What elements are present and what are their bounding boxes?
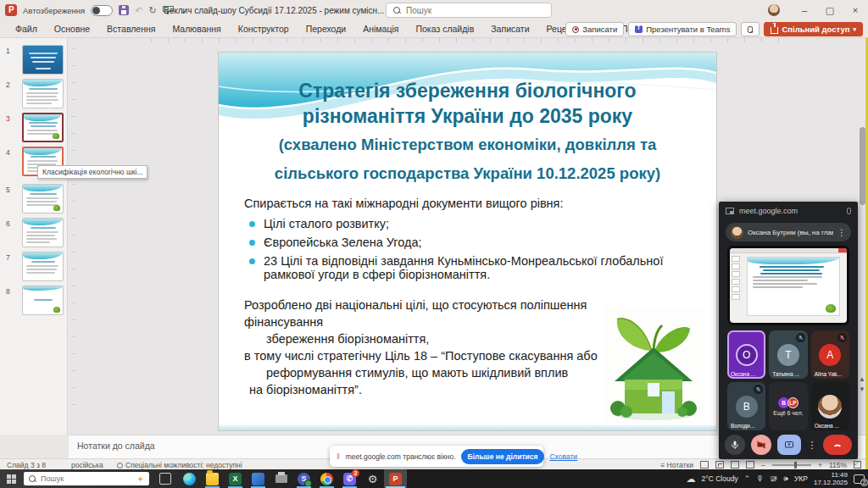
taskbar-viber[interactable]: ✆2	[338, 469, 361, 488]
fit-to-window-icon[interactable]	[854, 461, 861, 469]
taskbar-blue-app[interactable]	[247, 469, 270, 488]
slide-paragraph[interactable]: Розроблено дві національні цілі, що стос…	[244, 297, 609, 398]
mic-button[interactable]	[725, 435, 745, 455]
share-button[interactable]: Спільний доступ ▾	[764, 22, 863, 36]
camera-off-button[interactable]	[751, 435, 771, 455]
account-avatar[interactable]	[768, 4, 780, 16]
zoom-level[interactable]: 115%	[829, 461, 847, 469]
drag-handle-icon[interactable]: ‖	[337, 452, 341, 461]
tab-animations[interactable]: Анімація	[354, 20, 407, 38]
network-icon[interactable]: 🖳	[770, 474, 777, 483]
action-center-icon[interactable]: 2	[854, 474, 865, 484]
screen-share-preview[interactable]	[727, 246, 849, 325]
tab-file[interactable]: Файл	[7, 20, 46, 38]
thumbnail-row-7[interactable]: 7	[0, 252, 68, 283]
scrollbar-thumb[interactable]	[860, 127, 865, 205]
next-slide-button[interactable]: ▼	[859, 385, 865, 393]
save-icon[interactable]	[119, 5, 129, 15]
tab-home[interactable]: Основне	[46, 20, 98, 38]
taskbar-settings[interactable]: ⚙	[361, 469, 384, 488]
slide-canvas[interactable]: Стратегія збереження біологічного різном…	[219, 53, 716, 430]
slide-thumbnail[interactable]	[22, 286, 64, 315]
taskbar-teams[interactable]: S	[292, 469, 315, 488]
taskbar-excel[interactable]: X	[224, 469, 247, 488]
google-meet-window[interactable]: meet.google.com Оксана Бутрим (вы, на гл…	[719, 202, 858, 459]
slide-sorter-icon[interactable]	[715, 461, 724, 469]
normal-view-icon[interactable]	[700, 461, 709, 469]
autosave-toggle[interactable]	[91, 5, 113, 16]
undo-icon[interactable]: ↶	[135, 6, 142, 15]
slide-thumbnail[interactable]	[22, 45, 64, 75]
taskbar-search-input[interactable]	[41, 474, 119, 483]
minimize-button[interactable]: –	[792, 0, 817, 20]
tab-slideshow[interactable]: Показ слайдів	[407, 20, 482, 38]
taskbar-file-explorer[interactable]	[201, 469, 224, 488]
slide-thumbnail[interactable]	[22, 252, 64, 281]
more-options-icon[interactable]: ⋮	[837, 228, 846, 237]
thumbnail-row-8[interactable]: 8	[0, 286, 68, 317]
taskbar-edge[interactable]	[178, 469, 201, 488]
participant-tile[interactable]: Оксана ...	[811, 382, 849, 430]
tab-design[interactable]: Конструктор	[230, 20, 298, 38]
input-language[interactable]: УКР	[794, 474, 808, 483]
participant-tile[interactable]: Т Татьяна ...	[769, 330, 807, 379]
zoom-slider-thumb[interactable]	[794, 462, 797, 469]
slide-body-text[interactable]: Спирається на такі міжнародні документи …	[244, 197, 689, 286]
zoom-in-button[interactable]: +	[818, 461, 822, 469]
taskbar-powerpoint[interactable]: P	[384, 469, 407, 488]
thumbnail-row-1[interactable]: 1	[0, 45, 68, 76]
restore-button[interactable]: ▢	[817, 0, 843, 20]
start-button[interactable]	[0, 469, 22, 488]
close-button[interactable]: ×	[843, 0, 868, 20]
slide-thumbnail[interactable]	[22, 218, 64, 247]
volume-icon[interactable]: 🕪	[783, 474, 788, 484]
reading-view-icon[interactable]	[731, 461, 739, 469]
zoom-slider[interactable]	[772, 464, 811, 466]
slide-thumbnail-current[interactable]	[22, 113, 64, 142]
accessibility-status[interactable]: Спеціальні можливості: недоступні	[117, 461, 242, 469]
zoom-out-button[interactable]: −	[761, 461, 765, 469]
comments-button[interactable]	[741, 22, 760, 36]
slide-title[interactable]: Стратегія збереження біологічного різном…	[219, 78, 716, 186]
notes-toggle[interactable]: ≡ Нотатки	[660, 461, 693, 469]
present-in-teams-button[interactable]: Презентувати в Teams	[628, 22, 737, 36]
vertical-scrollbar[interactable]	[860, 123, 865, 292]
stop-sharing-button[interactable]: Більше не ділитися	[461, 449, 545, 464]
slide-thumbnail[interactable]	[22, 184, 64, 214]
thumbnail-row-5[interactable]: 5	[0, 184, 68, 215]
meet-header[interactable]: meet.google.com	[719, 202, 858, 220]
more-controls-icon[interactable]: ⋮	[807, 435, 817, 455]
participant-tile[interactable]: В Володи...	[727, 382, 765, 430]
weather-text[interactable]: 2°C Cloudy	[702, 474, 738, 483]
present-screen-button[interactable]	[777, 435, 801, 455]
thumbnail-row-3-selected[interactable]: 3	[0, 113, 68, 144]
tab-draw[interactable]: Малювання	[164, 20, 229, 38]
hidden-icons-chevron[interactable]: ⌃	[744, 474, 751, 483]
more-participants-tile[interactable]: В LP Ещё 6 чел.	[769, 382, 807, 430]
screen: Автозбереження ↶ ↻ ⌄ Веклич слайд-шоу Су…	[0, 0, 868, 488]
thumbnail-row-6[interactable]: 6	[0, 218, 68, 249]
slideshow-view-icon[interactable]	[746, 461, 754, 469]
hide-toast-link[interactable]: Сховати	[549, 452, 577, 461]
end-call-button[interactable]	[823, 435, 852, 455]
taskbar-chrome[interactable]	[315, 469, 338, 488]
taskbar-printer[interactable]	[270, 469, 292, 488]
slide-thumbnail[interactable]	[22, 79, 64, 108]
task-view-button[interactable]	[159, 473, 171, 485]
search-input[interactable]	[406, 6, 533, 15]
self-participant-pill[interactable]: Оксана Бутрим (вы, на главном э... ⋮	[726, 223, 851, 241]
tab-record[interactable]: Записати	[482, 20, 537, 38]
redo-icon[interactable]: ↻	[148, 6, 156, 15]
language-indicator[interactable]: російська	[71, 461, 103, 469]
tab-insert[interactable]: Вставлення	[98, 20, 164, 38]
search-box[interactable]	[386, 3, 552, 18]
participant-tile[interactable]: О Оксана ...	[727, 330, 765, 379]
participant-tile[interactable]: А Alina Yak...	[811, 330, 849, 379]
tab-transitions[interactable]: Переходи	[298, 20, 355, 38]
thumbnail-row-2[interactable]: 2	[0, 79, 68, 110]
taskbar-search[interactable]: ✦	[24, 472, 149, 485]
record-button[interactable]: Записати	[565, 22, 624, 36]
clock[interactable]: 11:49 17.12.2025	[814, 471, 848, 486]
tray-mic-icon[interactable]: 🎙	[756, 474, 764, 483]
previous-slide-button[interactable]: ▲	[859, 375, 865, 383]
